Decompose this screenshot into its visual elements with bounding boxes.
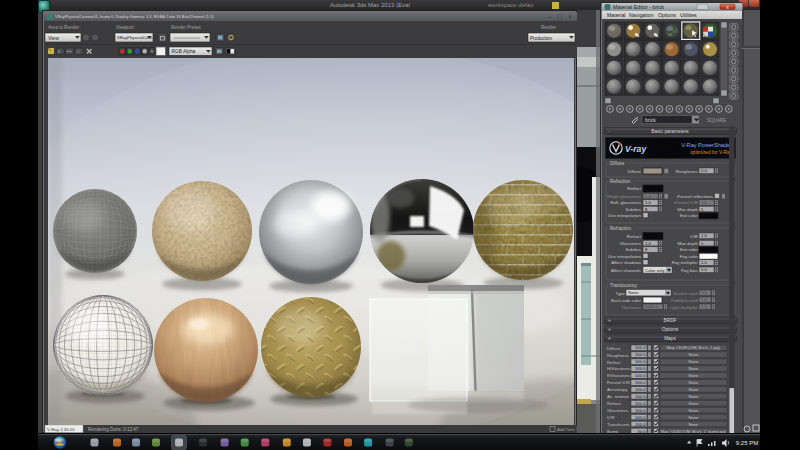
svg-text:Refract: Refract [607,401,622,406]
svg-text:None: None [689,366,700,371]
svg-text:100.0: 100.0 [635,401,646,406]
svg-text:Refl. glossiness: Refl. glossiness [610,200,642,205]
svg-text:BRDF: BRDF [663,318,676,323]
svg-text:optimized for V-Ray: optimized for V-Ray [690,150,732,155]
svg-text:«»: «» [67,49,72,54]
svg-text:None: None [689,359,700,364]
svg-text:Type: Type [615,291,625,296]
svg-text:None: None [689,401,700,406]
svg-text:Render Preset:: Render Preset: [171,25,202,30]
svg-text:Use interpolation: Use interpolation [608,213,642,218]
svg-text:100.0: 100.0 [635,422,646,427]
svg-text:Thickness: Thickness [621,305,642,310]
svg-text:1.0: 1.0 [645,241,652,246]
svg-text:+: + [608,326,611,332]
svg-text:+: + [608,317,611,323]
svg-text:Exit color: Exit color [680,247,699,252]
svg-text:Scatter coeff: Scatter coeff [673,291,698,296]
svg-text:Hilight glossiness: Hilight glossiness [607,194,642,199]
svg-text:Material Editor - brick: Material Editor - brick [613,4,664,10]
svg-text:Subdivs: Subdivs [625,207,641,212]
svg-text:View: View [48,35,59,41]
svg-text:100.0: 100.0 [635,408,646,413]
svg-text:Fresnel IOR: Fresnel IOR [674,200,698,205]
svg-text:1.0: 1.0 [645,200,652,205]
svg-text:Affect shadows: Affect shadows [611,260,641,265]
svg-text:Reflect: Reflect [607,360,621,365]
svg-text:RGlossiness: RGlossiness [607,373,631,378]
svg-text:Anisotropy: Anisotropy [607,387,628,392]
svg-text:Exit color: Exit color [680,213,699,218]
svg-text:100.0: 100.0 [635,373,646,378]
svg-text:Roughness: Roughness [607,353,629,358]
svg-text:Diffuse: Diffuse [607,346,621,351]
svg-text:None: None [689,422,700,427]
svg-text:brick: brick [645,117,656,123]
svg-text:None: None [689,415,700,420]
svg-text:Back-side color: Back-side color [611,298,642,303]
svg-text:Fog color: Fog color [680,254,699,259]
svg-text:V-Ray 2.30.01: V-Ray 2.30.01 [47,427,75,432]
svg-text:Use interpolation: Use interpolation [608,254,642,259]
svg-text:RGB Alpha: RGB Alpha [172,49,196,54]
svg-text:V-Ray PowerShader: V-Ray PowerShader [681,142,732,148]
svg-text:Roughness: Roughness [676,169,699,174]
svg-text:Translucency: Translucency [610,283,638,288]
svg-text:HGlossiness: HGlossiness [607,366,631,371]
svg-text:None: None [689,380,700,385]
svg-text:None: None [689,408,700,413]
svg-text:Fwd/bck coeff: Fwd/bck coeff [671,298,699,303]
svg-text:Color only: Color only [645,268,666,273]
svg-text:Material: Material [607,12,625,18]
svg-text:100.0: 100.0 [635,352,646,357]
svg-text:IOR: IOR [690,234,698,239]
svg-text:100.0: 100.0 [635,387,646,392]
svg-text:V-ray: V-ray [625,144,647,154]
svg-text:100.0: 100.0 [635,345,646,350]
svg-text:Map #1039 (OM_Brick_1.jpg): Map #1039 (OM_Brick_1.jpg) [667,345,721,350]
svg-text:1.6: 1.6 [701,200,708,205]
svg-text:None: None [689,394,700,399]
svg-text:100.0: 100.0 [635,415,646,420]
svg-text:Navigation: Navigation [629,12,654,18]
svg-text:Utilities: Utilities [680,12,697,18]
svg-text:Fresnel IOR: Fresnel IOR [607,380,630,385]
svg-text:SQUARE: SQUARE [707,118,726,123]
svg-text:Diffuse: Diffuse [610,161,625,166]
svg-text:Fog multiplier: Fog multiplier [672,260,699,265]
svg-text:1.0: 1.0 [701,260,708,265]
svg-text:Refraction: Refraction [610,226,631,231]
svg-text:100.0: 100.0 [635,366,646,371]
svg-text:Subdivs: Subdivs [625,247,641,252]
svg-text:1.0: 1.0 [701,297,708,302]
svg-text:Fresnel reflections: Fresnel reflections [677,194,714,199]
svg-text:0.0: 0.0 [701,290,708,295]
svg-text:+: + [58,49,61,54]
svg-text:Refract: Refract [627,234,642,239]
svg-text:Glossiness: Glossiness [620,241,642,246]
svg-text:Add Time Tag: Add Time Tag [557,427,577,432]
svg-text:Light multiplier: Light multiplier [670,305,699,310]
svg-text:Max depth: Max depth [677,241,698,246]
svg-text:Render: Render [541,25,557,30]
svg-text:9:25 PM: 9:25 PM [736,440,758,446]
svg-text:100.0: 100.0 [635,359,646,364]
svg-text:1.0: 1.0 [645,194,652,199]
svg-text:None: None [689,352,700,357]
svg-text:Diffuse: Diffuse [627,169,641,174]
svg-text:Reflection: Reflection [610,179,631,184]
svg-text:Maps: Maps [664,336,676,341]
svg-text:An. rotation: An. rotation [607,394,630,399]
svg-text:1000.0: 1000.0 [645,304,659,309]
svg-text:Rendering Done. 0:12:47: Rendering Done. 0:12:47 [88,427,139,432]
svg-text:Viewport:: Viewport: [116,25,135,30]
svg-text:Production: Production [530,36,552,41]
svg-text:None: None [689,387,700,392]
svg-text:Basic parameters: Basic parameters [651,129,689,134]
svg-text:Options: Options [662,327,679,332]
svg-text:1.6: 1.6 [701,233,708,238]
svg-text:Translucent: Translucent [607,422,630,427]
svg-text:None: None [689,373,700,378]
svg-text:Area to Render:: Area to Render: [48,25,80,30]
svg-text:Max depth: Max depth [677,207,698,212]
